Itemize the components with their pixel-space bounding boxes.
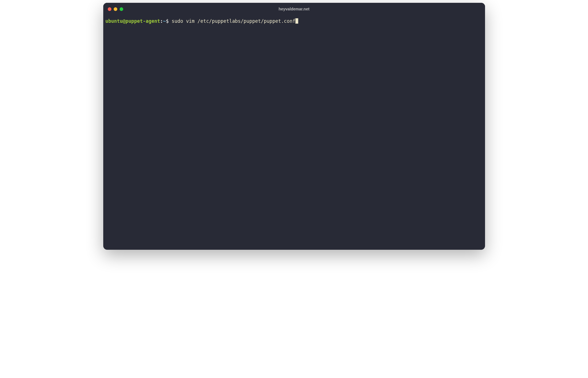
prompt-symbol: $ xyxy=(166,18,171,24)
window-title: heyvaldemar.net xyxy=(279,7,309,11)
prompt-separator: : xyxy=(160,18,163,24)
traffic-lights xyxy=(108,7,123,11)
terminal-window: heyvaldemar.net ubuntu@puppet-agent:~$ s… xyxy=(103,3,485,250)
prompt-line: ubuntu@puppet-agent:~$ sudo vim /etc/pup… xyxy=(106,18,483,25)
maximize-icon[interactable] xyxy=(120,7,123,11)
terminal-body[interactable]: ubuntu@puppet-agent:~$ sudo vim /etc/pup… xyxy=(103,15,485,250)
close-icon[interactable] xyxy=(108,7,111,11)
cursor-icon xyxy=(295,18,298,24)
prompt-user-host: ubuntu@puppet-agent xyxy=(106,18,160,24)
title-bar: heyvaldemar.net xyxy=(103,3,485,15)
prompt-path: ~ xyxy=(163,18,166,24)
minimize-icon[interactable] xyxy=(114,7,117,11)
command-input[interactable]: sudo vim /etc/puppetlabs/puppet/puppet.c… xyxy=(172,18,295,24)
